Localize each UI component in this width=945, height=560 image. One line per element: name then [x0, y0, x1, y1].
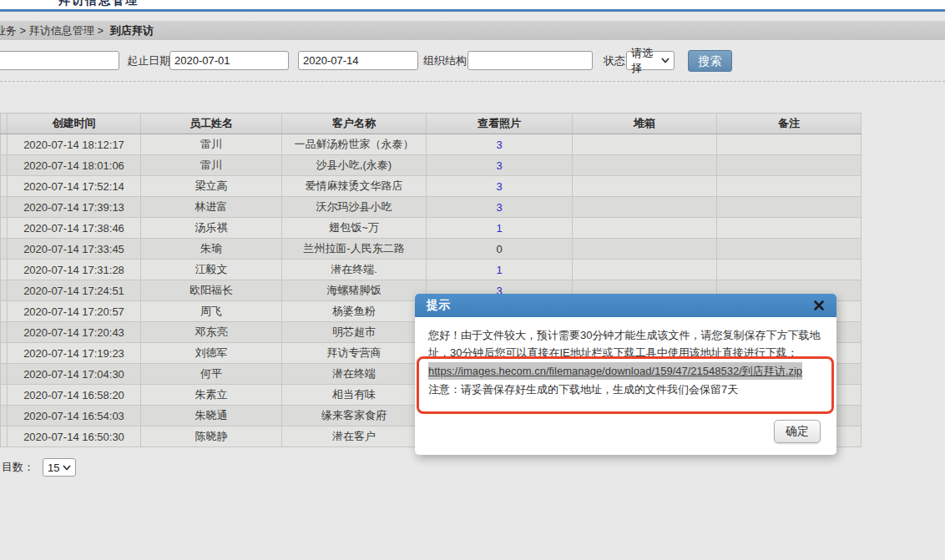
cell-customer: 明芯超市: [282, 322, 427, 343]
cell-remark: [717, 176, 862, 197]
org-input[interactable]: [467, 51, 593, 70]
cell-time: 2020-07-14 17:20:43: [8, 322, 141, 343]
cell-time: 2020-07-14 16:54:03: [8, 406, 141, 426]
photo-count-link[interactable]: 1: [496, 222, 502, 235]
cell-sliver: [1, 134, 8, 155]
pager: 目数： 15: [2, 458, 76, 477]
cell-customer: 杨婆鱼粉: [282, 301, 427, 322]
cell-remark: [717, 218, 862, 239]
cell-name: 欧阳福长: [141, 280, 282, 301]
photo-count-link[interactable]: 3: [496, 139, 502, 151]
screen: 拜访信息管理 业务 > 拜访信息管理 > 到店拜访 起止日期 组织结构 状态 请…: [0, 0, 945, 560]
breadcrumb: 业务 > 拜访信息管理 > 到店拜访: [0, 21, 945, 40]
cell-customer: 缘来客家食府: [282, 406, 427, 426]
column-header-customer: 客户名称: [282, 114, 427, 134]
cell-name: 梁立高: [141, 176, 282, 197]
date-to-input[interactable]: [298, 51, 418, 70]
breadcrumb-current: 到店拜访: [110, 23, 154, 38]
table-row: 2020-07-14 18:12:17 雷川 一品鲜汤粉世家（永泰） 3: [1, 134, 862, 155]
clipped-tab-label[interactable]: 拜访信息管理: [58, 0, 139, 8]
date-from-input[interactable]: [169, 51, 289, 70]
dialog-body: 您好！由于文件较大，预计需要30分钟才能生成该文件，请您复制保存下方下载地址，3…: [415, 317, 836, 398]
cell-customer: 一品鲜汤粉世家（永泰）: [282, 134, 427, 155]
status-label: 状态: [604, 53, 625, 68]
cell-stack: [573, 197, 717, 218]
cell-time: 2020-07-14 17:31:28: [8, 260, 141, 280]
cell-customer: 沙县小吃,(永泰): [282, 155, 427, 176]
cell-customer: 拜访专营商: [282, 343, 427, 364]
photo-count-link[interactable]: 3: [496, 201, 502, 214]
cell-stack: [573, 134, 717, 155]
cell-sliver: [1, 239, 8, 260]
cell-stack: [573, 176, 717, 197]
chevron-down-icon: [661, 58, 670, 63]
chevron-down-icon: [63, 465, 71, 471]
column-header-remark: 备注: [717, 114, 862, 134]
tab-accent-line: [0, 9, 945, 12]
cell-remark: [717, 155, 862, 176]
cell-photos: 3: [427, 155, 573, 176]
column-header-photos: 查看照片: [427, 114, 573, 134]
cell-stack: [573, 239, 717, 260]
column-header-stack: 堆箱: [573, 114, 717, 134]
cell-time: 2020-07-14 18:12:17: [8, 134, 141, 155]
breadcrumb-path: 业务 > 拜访信息管理 >: [0, 23, 104, 38]
cell-customer: 爱情麻辣烫文华路店: [282, 176, 427, 197]
cell-customer: 沃尔玛沙县小吃: [282, 197, 427, 218]
search-bar: 起止日期 组织结构 状态 请选择 搜索: [0, 47, 945, 73]
cell-name: 江毅文: [141, 260, 282, 280]
ok-button[interactable]: 确定: [774, 420, 821, 443]
date-range-label: 起止日期: [127, 53, 170, 68]
page-size-select[interactable]: 15: [43, 458, 76, 477]
cell-sliver: [1, 364, 8, 385]
dialog-note: 注意：请妥善保存好生成的下载地址，生成的文件我们会保留7天: [428, 381, 823, 398]
photo-count-link[interactable]: 1: [496, 264, 502, 276]
dialog-title: 提示: [427, 298, 450, 313]
dashed-separator: [0, 81, 945, 82]
cell-name: 朱晓通: [141, 406, 282, 426]
status-select[interactable]: 请选择: [626, 51, 675, 70]
cell-name: 陈晓静: [141, 426, 282, 447]
close-icon[interactable]: [813, 300, 825, 311]
table-header-row: 创建时间 员工姓名 客户名称 查看照片 堆箱 备注: [1, 114, 862, 134]
cell-sliver: [1, 218, 8, 239]
page-size-label: 目数：: [2, 460, 34, 475]
search-button[interactable]: 搜索: [688, 50, 732, 72]
cell-photos: 1: [427, 218, 573, 239]
cell-time: 2020-07-14 16:58:20: [8, 385, 141, 406]
cell-name: 周飞: [141, 301, 282, 322]
cell-time: 2020-07-14 17:19:23: [8, 343, 141, 364]
table-row: 2020-07-14 17:31:28 江毅文 潜在终端. 1: [1, 260, 862, 280]
cell-sliver: [1, 280, 8, 301]
cell-customer: 潜在终端.: [282, 260, 427, 280]
cell-name: 雷川: [141, 134, 282, 155]
column-header-sliver: [1, 114, 8, 134]
cell-stack: [573, 218, 717, 239]
page-size-value: 15: [48, 462, 59, 474]
cell-sliver: [1, 197, 8, 218]
keyword-input[interactable]: [0, 51, 119, 70]
cell-time: 2020-07-14 17:33:45: [8, 239, 141, 260]
cell-stack: [573, 155, 717, 176]
cell-name: 朱素立: [141, 385, 282, 406]
download-url-link[interactable]: https://images.hecom.cn/filemanage/downl…: [428, 362, 802, 380]
cell-stack: [573, 260, 717, 280]
cell-photos: 0: [427, 239, 573, 260]
cell-customer: 海螺猪脚饭: [282, 280, 427, 301]
cell-remark: [717, 197, 862, 218]
cell-name: 林进富: [141, 197, 282, 218]
column-header-time: 创建时间: [8, 114, 141, 134]
status-select-value: 请选择: [631, 46, 659, 76]
cell-sliver: [1, 322, 8, 343]
cell-customer: 相当有味: [282, 385, 427, 406]
org-label: 组织结构: [423, 53, 467, 68]
cell-time: 2020-07-14 17:24:51: [8, 280, 141, 301]
cell-name: 雷川: [141, 155, 282, 176]
cell-photos: 1: [427, 260, 573, 280]
dialog-titlebar: 提示: [415, 294, 836, 317]
photo-count-link[interactable]: 3: [496, 180, 502, 193]
cell-time: 2020-07-14 18:01:06: [8, 155, 141, 176]
cell-photos: 3: [427, 134, 573, 155]
cell-time: 2020-07-14 17:38:46: [8, 218, 141, 239]
photo-count-link[interactable]: 3: [496, 159, 502, 172]
